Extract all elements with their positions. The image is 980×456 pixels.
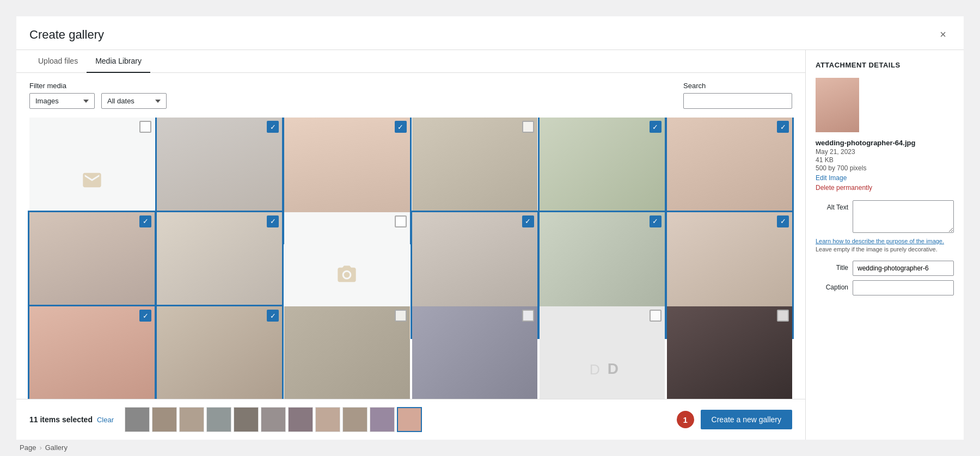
right-panel: ATTACHMENT DETAILS wedding-photographer-… <box>806 50 964 440</box>
image-16 <box>412 306 537 399</box>
checkbox-18 <box>777 310 789 322</box>
checkbox-16 <box>522 310 534 322</box>
edit-image-link[interactable]: Edit Image <box>816 174 954 182</box>
alt-text-help-text: Leave empty if the image is purely decor… <box>816 246 938 252</box>
caption-label: Caption <box>816 284 848 291</box>
image-cell-17[interactable]: D D <box>540 306 665 399</box>
checkbox-12: ✓ <box>777 215 789 227</box>
alt-text-help-link[interactable]: Learn how to describe the purpose of the… <box>816 238 944 244</box>
caption-row: Caption <box>816 280 954 295</box>
title-input[interactable] <box>853 261 954 276</box>
selection-bar: 11 items selected Clear 1 <box>16 399 805 440</box>
caption-section: Caption <box>816 280 954 295</box>
filter-date-group: All dates <box>101 82 167 109</box>
checkbox-14: ✓ <box>267 310 279 322</box>
image-15 <box>284 306 409 399</box>
breadcrumb-gallery: Gallery <box>45 443 68 452</box>
svg-text:D: D <box>589 361 599 378</box>
image-cell-13[interactable]: ✓ <box>29 306 155 399</box>
caption-input[interactable] <box>853 280 954 295</box>
image-cell-14[interactable]: ✓ <box>157 306 282 399</box>
checkbox-7: ✓ <box>139 215 151 227</box>
attachment-filename: wedding-photographer-64.jpg <box>816 139 954 147</box>
checkbox-2: ✓ <box>267 121 279 133</box>
thumb-10[interactable] <box>370 407 395 432</box>
image-grid: ✓ ✓ ✓ ✓ <box>16 118 805 399</box>
search-group: Search <box>683 82 792 109</box>
search-label: Search <box>683 82 792 90</box>
d-placeholder-icon: D D <box>540 306 665 399</box>
checkbox-1 <box>139 121 151 133</box>
alt-text-input[interactable] <box>853 200 954 233</box>
modal-body: Upload files Media Library Filter media … <box>16 50 964 440</box>
checkbox-3: ✓ <box>395 121 407 133</box>
checkbox-5: ✓ <box>650 121 661 133</box>
search-input[interactable] <box>683 93 792 109</box>
d-icon: D <box>586 358 608 380</box>
modal: Create gallery × Upload files Media Libr… <box>16 16 964 440</box>
filter-type-select[interactable]: Images <box>29 93 95 109</box>
checkbox-11: ✓ <box>650 215 661 227</box>
thumb-6[interactable] <box>261 407 286 432</box>
attachment-dimensions: 500 by 700 pixels <box>816 164 954 172</box>
filter-label: Filter media <box>29 82 95 90</box>
title-label: Title <box>816 264 848 272</box>
attachment-size: 41 KB <box>816 156 954 164</box>
alt-text-section: Alt Text Learn how to describe the purpo… <box>816 200 954 254</box>
image-cell-16[interactable] <box>412 306 537 399</box>
email-icon <box>81 169 103 191</box>
tab-media-library[interactable]: Media Library <box>87 50 150 73</box>
image-cell-15[interactable] <box>284 306 409 399</box>
checkbox-9 <box>395 215 407 227</box>
title-row: Title <box>816 261 954 276</box>
checkbox-4 <box>522 121 534 133</box>
checkbox-10: ✓ <box>522 215 534 227</box>
attachment-date: May 21, 2023 <box>816 148 954 156</box>
thumb-1[interactable] <box>125 407 150 432</box>
checkbox-17 <box>650 310 661 322</box>
create-new-gallery-button[interactable]: Create a new gallery <box>701 410 792 429</box>
tabs-bar: Upload files Media Library <box>16 50 805 73</box>
tab-upload-files[interactable]: Upload files <box>29 50 87 73</box>
thumb-11[interactable] <box>397 407 422 432</box>
thumb-9[interactable] <box>342 407 367 432</box>
image-18 <box>667 306 792 399</box>
image-14 <box>157 306 282 399</box>
alt-text-row: Alt Text <box>816 200 954 233</box>
modal-title: Create gallery <box>29 28 104 42</box>
modal-header: Create gallery × <box>16 16 964 50</box>
filter-date-select[interactable]: All dates <box>101 93 167 109</box>
breadcrumb-separator: › <box>39 443 41 452</box>
attachment-details-title: ATTACHMENT DETAILS <box>816 61 954 69</box>
checkbox-13: ✓ <box>139 310 151 322</box>
selected-thumbs <box>125 407 677 432</box>
selection-count: 11 items selected <box>29 415 93 424</box>
thumb-8[interactable] <box>315 407 340 432</box>
checkbox-8: ✓ <box>267 215 279 227</box>
delete-image-link[interactable]: Delete permanently <box>816 184 954 192</box>
thumb-5[interactable] <box>234 407 259 432</box>
create-btn-area: 1 Create a new gallery <box>677 410 792 429</box>
checkbox-15 <box>395 310 407 322</box>
filter-bar: Filter media Images All dates Search <box>16 73 805 118</box>
clear-selection-link[interactable]: Clear <box>97 416 114 424</box>
alt-text-label: Alt Text <box>816 204 848 211</box>
main-panel: Upload files Media Library Filter media … <box>16 50 806 440</box>
alt-text-help: Learn how to describe the purpose of the… <box>816 237 954 254</box>
thumb-4[interactable] <box>206 407 231 432</box>
thumb-7[interactable] <box>288 407 313 432</box>
modal-close-button[interactable]: × <box>935 26 951 43</box>
breadcrumb-page: Page <box>20 443 36 452</box>
image-13 <box>29 306 155 399</box>
title-section: Title <box>816 261 954 276</box>
filter-type-group: Filter media Images <box>29 82 95 109</box>
camera-icon <box>336 264 358 286</box>
badge-circle: 1 <box>677 411 694 428</box>
attachment-thumbnail <box>816 78 859 132</box>
thumb-3[interactable] <box>179 407 204 432</box>
breadcrumb: Page › Gallery <box>20 443 68 452</box>
checkbox-6: ✓ <box>777 121 789 133</box>
filter-date-spacer <box>101 82 167 90</box>
image-cell-18[interactable] <box>667 306 792 399</box>
thumb-2[interactable] <box>152 407 177 432</box>
